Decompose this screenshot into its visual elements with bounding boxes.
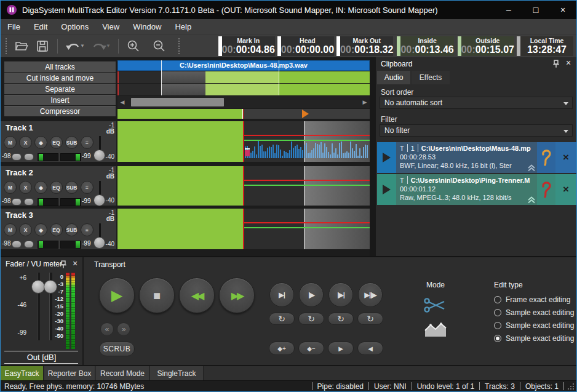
prelisten-button[interactable] [537, 174, 555, 205]
play-between-marks-button[interactable]: |▶| [328, 282, 353, 307]
panel-splitter[interactable] [370, 57, 376, 256]
insert-button[interactable]: Insert [4, 95, 116, 105]
compressor-button[interactable]: Compressor [4, 106, 116, 116]
save-button[interactable] [33, 37, 52, 55]
edit-type-option-1[interactable]: Frame exact editing [494, 295, 570, 304]
radio-icon[interactable] [494, 296, 501, 303]
scrub-button[interactable]: SCRUB [99, 342, 135, 356]
tab-singletrack[interactable]: SingleTrack [150, 366, 204, 380]
scrollbar-thumb[interactable] [131, 98, 224, 106]
pan-slider[interactable] [60, 198, 81, 206]
radio-icon[interactable] [494, 309, 501, 316]
mute-button[interactable]: M [4, 181, 17, 194]
edit-type-option-2[interactable]: Sample exact editing at [494, 308, 577, 317]
all-tracks-button[interactable]: All tracks [4, 62, 116, 72]
mute-button[interactable]: M [4, 223, 17, 236]
edit-type-option-4[interactable]: Sample exact editing us [494, 334, 577, 343]
head-display[interactable]: Head 00:00:00.00 [277, 36, 334, 56]
clipboard-item-2[interactable]: T C:\Users\nin\Desktop\Ping-Trenner.M 00… [377, 174, 576, 205]
track-2-lane[interactable] [117, 166, 370, 206]
loop-button-1[interactable]: ↻ [269, 313, 295, 325]
scroll-right-arrow[interactable]: ▶ [360, 96, 370, 108]
tab-audio[interactable]: Audio [377, 71, 410, 84]
eq-button[interactable]: EQ [50, 136, 63, 149]
track-option-button-1[interactable] [12, 153, 22, 161]
add-marker-button[interactable]: ◆+ [269, 342, 295, 355]
loop-button-2[interactable]: ↻ [298, 313, 324, 325]
close-button[interactable]: × [549, 1, 576, 19]
clipboard-item-1[interactable]: T 1 C:\Users\nin\Desktop\Maus-48.mp 00:0… [377, 142, 576, 173]
track-option-button-2[interactable] [24, 153, 34, 161]
volume-slider[interactable] [38, 198, 58, 206]
undo-dropdown-caret[interactable]: ▼ [80, 43, 85, 49]
fast-forward-button[interactable]: ▶▶ [219, 278, 255, 313]
play-around-mark-button[interactable]: ▶||▶ [358, 282, 383, 307]
remove-clip-button[interactable]: × [555, 174, 576, 205]
inside-display[interactable]: Inside 00:00:13.46 [397, 36, 453, 56]
close-panel-icon[interactable]: × [71, 259, 79, 268]
track-option-button-1[interactable] [12, 241, 22, 248]
open-file-button[interactable] [12, 37, 31, 55]
timeline-scrollbar[interactable]: ◀ ▶ [117, 96, 370, 108]
track-option-button-2[interactable] [24, 241, 34, 248]
next-marker-button[interactable]: ▶ [328, 342, 354, 355]
tab-reporter-box[interactable]: Reporter Box [44, 366, 95, 380]
separate-button[interactable]: Separate [4, 84, 116, 94]
toolbar-grip[interactable] [178, 38, 180, 54]
remove-clip-button[interactable]: × [555, 142, 576, 173]
volume-slider[interactable] [38, 241, 58, 249]
track-fader[interactable] [92, 181, 108, 206]
timeline-ruler[interactable] [117, 109, 370, 119]
solo-button[interactable]: ◆ [34, 136, 47, 149]
prelisten-button[interactable] [537, 142, 555, 173]
audio-clip-block[interactable] [117, 121, 243, 162]
step-forward-button[interactable]: » [117, 322, 130, 336]
step-back-button[interactable]: « [100, 322, 114, 336]
track-fader[interactable] [92, 136, 108, 161]
envelope-mode-icon[interactable] [423, 319, 448, 338]
remove-marker-button[interactable]: ◆− [298, 342, 324, 355]
zoom-out-button[interactable] [150, 37, 169, 55]
resize-grip-icon[interactable] [567, 382, 575, 391]
rewind-button[interactable]: ◀◀ [179, 278, 215, 313]
radio-icon[interactable] [494, 322, 501, 329]
solo-button[interactable]: ◆ [34, 181, 47, 194]
menu-options[interactable]: Options [54, 22, 95, 31]
eq-button[interactable]: EQ [50, 181, 63, 194]
sort-order-select[interactable]: No automatic sort [380, 97, 573, 109]
fade-marker-handle[interactable] [245, 150, 250, 156]
pan-slider[interactable] [60, 153, 81, 161]
filter-select[interactable]: No filter [380, 124, 573, 137]
volume-slider[interactable] [38, 153, 58, 161]
play-clip-button[interactable] [377, 174, 396, 205]
solo-button[interactable]: ◆ [34, 223, 47, 236]
outside-display[interactable]: Outside 00:00:15.07 [458, 36, 514, 56]
maximize-button[interactable]: □ [522, 1, 549, 19]
overview-row-2[interactable] [117, 84, 370, 95]
pin-icon[interactable] [59, 260, 68, 269]
cut-mode-icon[interactable] [423, 297, 448, 314]
scroll-left-arrow[interactable]: ◀ [117, 96, 127, 108]
close-panel-icon[interactable]: × [564, 58, 573, 67]
mute-button[interactable]: M [4, 136, 17, 149]
menu-edit[interactable]: Edit [27, 22, 54, 31]
sub-button[interactable]: SUB [65, 136, 78, 149]
collapse-icon[interactable] [527, 196, 536, 204]
tab-easytrack[interactable]: EasyTrack [1, 366, 44, 380]
mark-out-display[interactable]: Mark Out 00:00:18.32 [336, 36, 393, 56]
cut-disable-button[interactable]: X [19, 223, 32, 236]
cut-disable-button[interactable]: X [19, 181, 32, 194]
minimize-button[interactable]: – [495, 1, 522, 19]
cut-disable-button[interactable]: X [19, 136, 32, 149]
eq-button[interactable]: EQ [50, 223, 63, 236]
menu-file[interactable]: File [1, 22, 27, 31]
overview-row-1[interactable] [117, 71, 370, 83]
play-button[interactable]: ▶ [99, 278, 135, 313]
tab-effects[interactable]: Effects [412, 71, 450, 84]
track-option-button-1[interactable] [12, 198, 22, 206]
audio-clip-block[interactable] [117, 166, 243, 206]
selection-region[interactable] [304, 166, 370, 206]
selection-region[interactable] [304, 209, 370, 249]
mark-in-display[interactable]: Mark In 00:00:04.86 [218, 36, 275, 56]
track-option-button-2[interactable] [24, 198, 34, 206]
